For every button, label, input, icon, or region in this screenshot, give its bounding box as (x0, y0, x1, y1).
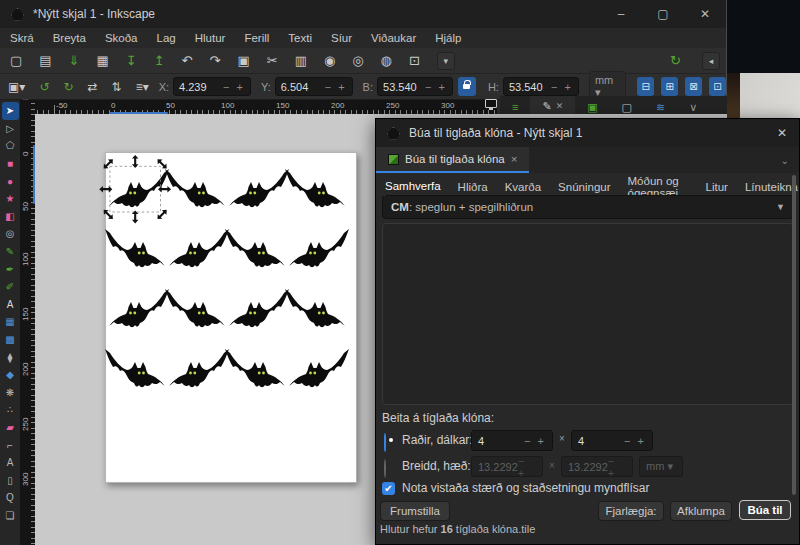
rotate-ccw-icon[interactable]: ↺ (39, 80, 49, 94)
node-tool-icon[interactable]: ▷ (2, 120, 19, 138)
zoom-tool-icon[interactable]: Q (2, 489, 19, 507)
scale-corners-toggle[interactable]: ⊞ (661, 77, 678, 96)
shape-builder-tool-icon[interactable]: ⬠ (2, 137, 19, 155)
spinner-icons[interactable]: − + (545, 81, 573, 93)
page-tool-icon[interactable]: ▯ (2, 471, 19, 489)
titlebar[interactable]: *Nýtt skjal 1 - Inkscape –▢✕ (0, 0, 726, 28)
bat-clone[interactable] (165, 289, 225, 327)
pencil-tool-icon[interactable]: ✎ (2, 243, 19, 261)
eraser-tool-icon[interactable]: ▰ (2, 419, 19, 437)
paste-icon[interactable]: ▥ (295, 53, 307, 68)
x-input[interactable]: 4.239− + (173, 77, 251, 96)
spinner-icons[interactable]: − + (319, 81, 347, 93)
history-icon[interactable]: ↻ (670, 53, 681, 68)
width-height-radio[interactable] (384, 460, 386, 478)
pages-tool-icon[interactable]: ❏ (2, 507, 19, 525)
dialog-scrollbar[interactable] (792, 175, 796, 495)
undo-icon[interactable]: ↶ (182, 53, 193, 68)
menu-hlutur[interactable]: Hlutur (195, 32, 226, 44)
scale-gradient-toggle[interactable]: ⊠ (685, 77, 702, 96)
use-saved-size-checkbox[interactable]: ✔ Nota vistaða stærð og staðsetningu myn… (382, 481, 649, 495)
menu-skrá[interactable]: Skrá (10, 32, 34, 44)
scale-handle-icon[interactable] (155, 208, 169, 222)
bat-clone[interactable] (229, 289, 289, 327)
rows-cols-radio[interactable] (384, 434, 386, 452)
tiled-clones-dock-tab[interactable]: Búa til tiglaða klóna × (376, 147, 529, 173)
rectangle-tool-icon[interactable]: ■ (2, 155, 19, 173)
zoom-drawing-icon[interactable]: ◉ (324, 53, 335, 68)
menu-síur[interactable]: Síur (331, 32, 352, 44)
pen-tool-icon[interactable]: ✒ (2, 260, 19, 278)
menu-skoða[interactable]: Skoða (105, 32, 138, 44)
tab-sn-ningur[interactable]: Snúningur (557, 178, 611, 196)
spinner-icons[interactable]: − + (524, 435, 546, 447)
mesh-tool-icon[interactable]: ▩ (2, 331, 19, 349)
h-input[interactable]: 53.540− + (503, 77, 579, 96)
new-document-icon[interactable]: ▢ (10, 53, 22, 68)
bat-clone[interactable] (285, 169, 345, 207)
ellipse-tool-icon[interactable]: ● (2, 172, 19, 190)
bucket-tool-icon[interactable]: ◆ (2, 366, 19, 384)
zoom-selection-icon[interactable]: ◍ (381, 53, 392, 68)
bat-clone[interactable] (169, 349, 229, 387)
menu-ferill[interactable]: Ferill (244, 32, 269, 44)
dock-tab-close-icon[interactable]: × (511, 153, 518, 165)
bat-clone[interactable] (285, 289, 345, 327)
scale-pattern-toggle[interactable]: ⊡ (709, 77, 726, 96)
scale-stroke-toggle[interactable]: ⊟ (637, 77, 654, 96)
zoom-page-icon[interactable]: ◎ (352, 53, 363, 68)
bat-clone[interactable] (105, 229, 165, 267)
scale-handle-icon[interactable] (158, 186, 171, 193)
dialog-titlebar[interactable]: Búa til tiglaða klóna - Nýtt skjal 1 ✕ (376, 119, 799, 147)
dropper-tool-icon[interactable]: ⧫ (2, 348, 19, 366)
bat-clone[interactable] (289, 229, 349, 267)
import-icon[interactable]: ↧ (126, 53, 137, 68)
calligraphy-tool-icon[interactable]: ✐ (2, 278, 19, 296)
menu-texti[interactable]: Texti (288, 32, 312, 44)
minimize-icon[interactable]: – (600, 0, 642, 28)
open-icon[interactable]: ▤ (39, 53, 51, 68)
cols-input[interactable]: 4 − + (571, 430, 653, 451)
box3d-tool-icon[interactable]: ◧ (2, 208, 19, 226)
tab-samhverfa[interactable]: Samhverfa (384, 177, 442, 197)
duplicate-icon[interactable]: ▣ (237, 53, 249, 68)
redo-icon[interactable]: ↷ (210, 53, 221, 68)
menu-breyta[interactable]: Breyta (53, 32, 86, 44)
unclump-button[interactable]: Afklumpa (670, 501, 732, 521)
bat-clone[interactable] (225, 229, 285, 267)
spiral-tool-icon[interactable]: ◎ (2, 225, 19, 243)
rotate-cw-icon[interactable]: ↻ (63, 80, 73, 94)
dialog-close-icon[interactable]: ✕ (777, 126, 787, 140)
bat-clone[interactable] (229, 169, 289, 207)
menu-viðaukar[interactable]: Viðaukar (371, 32, 416, 44)
raise-lower-dropdown[interactable]: ≡▾ (136, 80, 149, 94)
spinner-icons[interactable]: − + (217, 81, 245, 93)
y-input[interactable]: 6.504− + (275, 77, 353, 96)
create-button[interactable]: Búa til (739, 500, 791, 520)
lock-ratio-button[interactable] (458, 77, 476, 96)
close-icon[interactable]: ✕ (556, 101, 564, 111)
tab-litur[interactable]: Litur (705, 178, 729, 196)
toolbar-overflow-icon[interactable]: ▾ (437, 52, 455, 70)
bat-clone[interactable] (169, 229, 229, 267)
close-icon[interactable]: ✕ (684, 0, 726, 28)
selector-tool-icon[interactable]: ➤ (2, 102, 19, 120)
symmetry-dropdown[interactable]: CM: speglun + spegilhliðrun ▼ (382, 195, 794, 219)
scale-handle-icon[interactable] (101, 208, 115, 222)
spinner-icons[interactable]: − + (419, 81, 447, 93)
tab-hli-ra[interactable]: Hliðra (457, 178, 489, 196)
connector-tool-icon[interactable]: ⌐ (2, 436, 19, 454)
b-input[interactable]: 53.540− + (377, 77, 453, 96)
save-icon[interactable]: ⇓ (69, 53, 80, 68)
reset-button[interactable]: Frumstilla (380, 501, 450, 521)
gradient-tool-icon[interactable]: ▦ (2, 313, 19, 331)
menu-lag[interactable]: Lag (157, 32, 176, 44)
display-mode-icon[interactable] (485, 99, 497, 108)
cut-icon[interactable]: ✂ (267, 53, 278, 68)
flip-vertical-icon[interactable]: ⇅ (112, 80, 122, 94)
selection-overlay[interactable] (102, 159, 170, 221)
rows-input[interactable]: 4 − + (471, 430, 553, 451)
tweak-tool-icon[interactable]: ❋ (2, 384, 19, 402)
scale-handle-icon[interactable] (101, 157, 115, 171)
menu-hjálp[interactable]: Hjálp (435, 32, 461, 44)
